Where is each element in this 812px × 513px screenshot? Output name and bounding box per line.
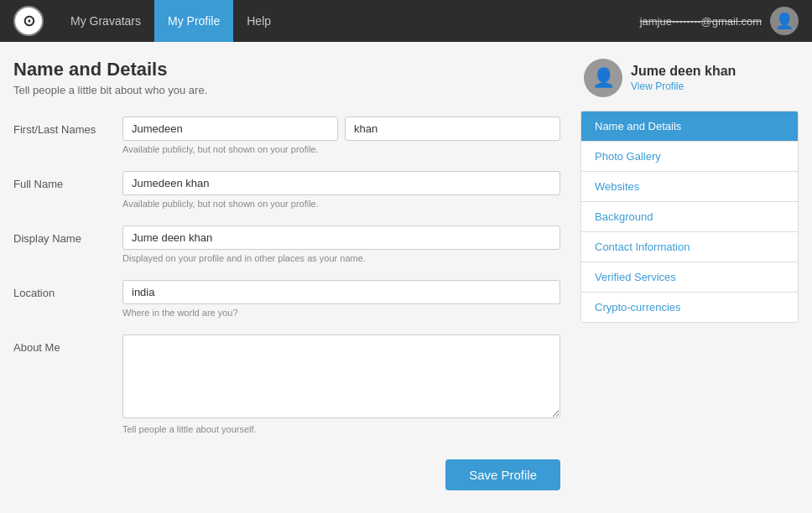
main-nav: My Gravatars My Profile Help	[57, 0, 640, 42]
nav-my-gravatars[interactable]: My Gravatars	[57, 0, 154, 42]
nav-help[interactable]: Help	[233, 0, 284, 42]
location-row: Location Where in the world are you?	[13, 280, 560, 318]
display-name-input[interactable]	[122, 225, 560, 250]
avatar-icon: 👤	[775, 12, 794, 30]
first-last-hint: Available publicly, but not shown on you…	[122, 144, 560, 154]
sidebar-item-websites[interactable]: Websites	[581, 172, 798, 202]
sidebar-nav: Name and Details Photo Gallery Websites …	[580, 111, 799, 323]
profile-info: Jume deen khan View Profile	[631, 64, 736, 92]
sidebar-avatar-icon: 👤	[592, 67, 615, 89]
sidebar: 👤 Jume deen khan View Profile Name and D…	[580, 59, 799, 490]
about-row: About Me Tell people a little about your…	[13, 334, 560, 434]
location-fields: Where in the world are you?	[122, 280, 560, 318]
view-profile-link[interactable]: View Profile	[631, 80, 684, 92]
display-name-row: Display Name Displayed on your profile a…	[13, 225, 560, 263]
sidebar-item-photo-gallery[interactable]: Photo Gallery	[581, 142, 798, 172]
display-name-label: Display Name	[13, 225, 122, 245]
page-title: Name and Details	[13, 59, 560, 80]
nav-my-profile[interactable]: My Profile	[154, 0, 233, 42]
page-container: Name and Details Tell people a little bi…	[0, 42, 812, 507]
sidebar-item-background[interactable]: Background	[581, 202, 798, 232]
first-last-fields: Available publicly, but not shown on you…	[122, 117, 560, 154]
sidebar-item-crypto-currencies[interactable]: Crypto-currencies	[581, 293, 798, 322]
full-name-fields: Available publicly, but not shown on you…	[122, 171, 560, 209]
logo-icon: ⊙	[23, 12, 35, 30]
last-name-input[interactable]	[345, 117, 560, 141]
full-name-input[interactable]	[122, 171, 560, 195]
first-last-row: First/Last Names Available publicly, but…	[13, 117, 560, 154]
display-name-fields: Displayed on your profile and in other p…	[122, 225, 560, 263]
save-profile-button[interactable]: Save Profile	[445, 459, 560, 490]
about-label: About Me	[13, 334, 122, 354]
location-hint: Where in the world are you?	[122, 308, 560, 318]
about-textarea[interactable]	[122, 334, 560, 418]
sidebar-item-contact-information[interactable]: Contact Information	[581, 232, 798, 262]
first-name-input[interactable]	[122, 117, 338, 141]
full-name-label: Full Name	[13, 171, 122, 190]
header: ⊙ My Gravatars My Profile Help jamjue---…	[0, 0, 812, 42]
profile-card: 👤 Jume deen khan View Profile	[580, 59, 799, 97]
display-name-hint: Displayed on your profile and in other p…	[122, 253, 560, 263]
main-content: Name and Details Tell people a little bi…	[13, 59, 560, 490]
logo[interactable]: ⊙	[13, 6, 44, 36]
full-name-row: Full Name Available publicly, but not sh…	[13, 171, 560, 209]
about-hint: Tell people a little about yourself.	[122, 424, 560, 434]
avatar[interactable]: 👤	[770, 7, 799, 35]
sidebar-item-verified-services[interactable]: Verified Services	[581, 262, 798, 293]
save-row: Save Profile	[13, 451, 560, 490]
header-right: jamjue--------@gmail.com 👤	[640, 7, 799, 35]
name-inputs-group	[122, 117, 560, 141]
sidebar-item-name-details[interactable]: Name and Details	[581, 111, 798, 142]
about-fields: Tell people a little about yourself.	[122, 334, 560, 434]
location-label: Location	[13, 280, 122, 299]
user-email: jamjue--------@gmail.com	[640, 15, 762, 28]
sidebar-profile-name: Jume deen khan	[631, 64, 736, 79]
first-last-label: First/Last Names	[13, 117, 122, 136]
section-subtitle: Tell people a little bit about who you a…	[13, 84, 560, 96]
full-name-hint: Available publicly, but not shown on you…	[122, 199, 560, 209]
location-input[interactable]	[122, 280, 560, 304]
sidebar-avatar: 👤	[584, 59, 622, 97]
